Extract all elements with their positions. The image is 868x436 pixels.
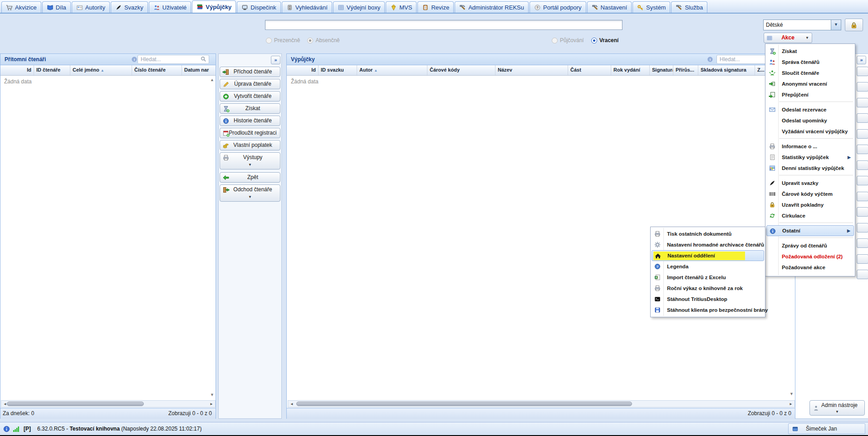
tab-nastaveni[interactable]: Nastavení	[587, 1, 632, 13]
tab-uzivatele[interactable]: Uživatelé	[149, 1, 191, 13]
scroll-right-icon[interactable]: ►	[210, 402, 213, 406]
menu-item-vyzadani-vraceni[interactable]: Vyžádání vrácení výpůjčky	[766, 126, 854, 137]
scroll-left-icon[interactable]: ◄	[3, 402, 7, 406]
department-select[interactable]: Dětské ▼	[763, 19, 841, 30]
scroll-left-icon[interactable]: ◄	[290, 402, 294, 406]
radio-absencne[interactable]: Absenčně	[307, 37, 339, 44]
tab-vyhledavani[interactable]: Vyhledávání	[282, 1, 332, 13]
odchod-ctenare-button[interactable]: Odchod čtenáře▼	[220, 184, 280, 202]
vlastni-poplatek-button[interactable]: Vlastní poplatek	[220, 140, 280, 150]
tab-vypujcky[interactable]: Výpůjčky	[192, 0, 236, 13]
menu-item-odeslat-upominky[interactable]: Odeslat upomínky	[766, 115, 854, 126]
menu-item-zpravy-od-ctenaru[interactable]: Zprávy od čtenářů	[766, 240, 854, 251]
column-header-prirustek[interactable]: Přírůs...	[673, 65, 698, 75]
uprava-ctenare-button[interactable]: Úprava čtenáře	[220, 79, 280, 89]
tab-svazky[interactable]: Svazky	[111, 1, 148, 13]
menu-item-informace-o[interactable]: Informace o ...	[766, 141, 854, 152]
column-header-carove-kody[interactable]: Čárové kódy	[427, 65, 495, 75]
radio-pujcovani[interactable]: Půjčování	[552, 37, 584, 44]
column-header-nazev[interactable]: Název	[495, 65, 568, 75]
column-header-id-ctenare[interactable]: ID čtenáře	[34, 65, 70, 75]
column-header-autor[interactable]: Autor▲	[357, 65, 427, 75]
menu-item-prepujceni[interactable]: Přepůjčení	[766, 89, 854, 100]
menu-item-ziskat[interactable]: Získat	[766, 46, 854, 57]
collapsed-action-button[interactable]	[857, 129, 868, 139]
menu-item-statistiky-vypujcek[interactable]: Statistiky výpůjček▶	[766, 152, 854, 163]
submenu-item-stahnout-tritiusdesktop[interactable]: Stáhnout TritiusDesktop	[652, 294, 764, 305]
column-header-id[interactable]: Id	[0, 65, 34, 75]
collapsed-action-button[interactable]	[857, 223, 868, 233]
chevron-down-icon[interactable]: ▼	[831, 20, 841, 30]
vytvorit-ctenare-button[interactable]: Vytvořit čtenáře	[220, 91, 280, 102]
collapsed-action-button[interactable]	[857, 113, 868, 123]
collapsed-action-button[interactable]	[857, 238, 868, 248]
tab-autority[interactable]: Autority	[72, 1, 110, 13]
menu-item-odeslat-rezervace[interactable]: Odeslat rezervace	[766, 104, 854, 115]
info-icon[interactable]: i	[131, 56, 137, 63]
ziskat-button[interactable]: Získat	[220, 103, 280, 114]
collapsed-action-button[interactable]	[857, 145, 868, 154]
scroll-up-icon[interactable]: ▲	[210, 78, 214, 82]
scroll-right-icon[interactable]: ►	[789, 402, 793, 406]
tab-akvizice[interactable]: Akvizice	[1, 1, 41, 13]
status-info-icon[interactable]	[3, 426, 10, 432]
search-icon[interactable]	[200, 56, 207, 63]
scroll-down-icon[interactable]: ▼	[790, 392, 794, 396]
tab-revize[interactable]: Revize	[417, 1, 454, 13]
column-header-skladova-signatura[interactable]: Skladová signatura	[698, 65, 755, 75]
submenu-item-stahnout-klienta-brany[interactable]: Stáhnout klienta pro bezpečnostní brány	[652, 305, 764, 315]
tab-dispecink[interactable]: Dispečink	[237, 1, 280, 13]
menu-item-sloucit-ctenare[interactable]: Sloučit čtenáře	[766, 68, 854, 78]
menu-item-anonymni-vraceni[interactable]: Anonymní vracení	[766, 78, 854, 89]
submenu-item-rocni-vykaz[interactable]: Roční výkaz o knihovně za rok	[652, 283, 764, 294]
tab-administrator-reksu[interactable]: Administrátor REKSu	[455, 1, 529, 13]
tab-sluzba[interactable]: Služba	[671, 1, 707, 13]
readers-search-input[interactable]	[137, 55, 209, 64]
collapsed-action-button[interactable]	[857, 207, 868, 217]
tab-dila[interactable]: Díla	[42, 1, 71, 13]
scroll-down-icon[interactable]: ▼	[210, 393, 214, 397]
menu-item-uzavrit-pokladny[interactable]: Uzavřít pokladny	[766, 199, 854, 210]
akce-button[interactable]: Akce ▼	[764, 33, 812, 43]
menu-item-ostatni[interactable]: Ostatní▶	[766, 225, 854, 236]
scrollbar-thumb[interactable]	[296, 402, 632, 406]
collapsed-action-button[interactable]	[857, 160, 868, 170]
expand-right-panel-button[interactable]: »	[857, 56, 866, 64]
column-header-signatura[interactable]: Signatura	[650, 65, 673, 75]
column-header-rok-vydani[interactable]: Rok vydání	[611, 65, 650, 75]
prodlouzit-registraci-button[interactable]: Prodloužit registraci	[220, 128, 280, 138]
collapsed-action-button[interactable]	[857, 82, 868, 92]
collapsed-action-button[interactable]	[857, 176, 868, 185]
main-barcode-input[interactable]	[265, 20, 623, 30]
readers-hscrollbar[interactable]: ◄ ►	[1, 400, 216, 407]
zpet-button[interactable]: Zpět	[220, 172, 280, 183]
tab-portal-podpory[interactable]: ?Portál podpory	[530, 1, 586, 13]
menu-item-carove-kody-vyctem[interactable]: Čárové kódy výčtem	[766, 189, 854, 199]
submenu-item-nastaveni-hromadne-archivace[interactable]: Nastavení hromadné archivace čtenářů	[652, 239, 764, 250]
radio-vraceni[interactable]: Vracení	[591, 37, 619, 44]
collapsed-action-button[interactable]	[857, 98, 868, 107]
collapsed-action-button[interactable]	[857, 254, 868, 264]
historie-ctenare-button[interactable]: Historie čtenáře	[220, 116, 280, 126]
column-header-cast[interactable]: Část	[568, 65, 611, 75]
tab-mvs[interactable]: MVS	[386, 1, 417, 13]
column-header-id[interactable]: Id	[287, 65, 319, 75]
vystupy-button[interactable]: Výstupy▼	[220, 152, 280, 170]
collapsed-action-button[interactable]	[857, 270, 868, 279]
collapsed-action-button[interactable]	[857, 67, 868, 76]
column-header-datum-narozeni[interactable]: Datum naro...	[182, 65, 209, 75]
radio-prezencne[interactable]: Prezenčně	[266, 37, 300, 44]
menu-item-sprava-ctenaru[interactable]: Správa čtenářů	[766, 57, 854, 68]
column-header-cislo-ctenare[interactable]: Číslo čtenáře	[132, 65, 182, 75]
expand-left-panel-button[interactable]: »	[271, 56, 280, 64]
menu-item-upravit-svazky[interactable]: Upravit svazky	[766, 178, 854, 189]
tab-vydejni-boxy[interactable]: Výdejní boxy	[333, 1, 385, 13]
collapsed-action-button[interactable]	[857, 192, 868, 201]
tab-system[interactable]: Systém	[633, 1, 670, 13]
lock-department-button[interactable]	[845, 19, 863, 31]
submenu-item-nastaveni-oddeleni[interactable]: Nastavení oddělení	[652, 250, 764, 261]
submenu-item-tisk-ostatnich-dokumentu[interactable]: Tisk ostatních dokumentů	[652, 228, 764, 239]
column-header-cele-jmeno[interactable]: Celé jméno▲	[70, 65, 132, 75]
scrollbar-thumb[interactable]	[7, 402, 144, 406]
menu-item-cirkulace[interactable]: Cirkulace	[766, 210, 854, 221]
